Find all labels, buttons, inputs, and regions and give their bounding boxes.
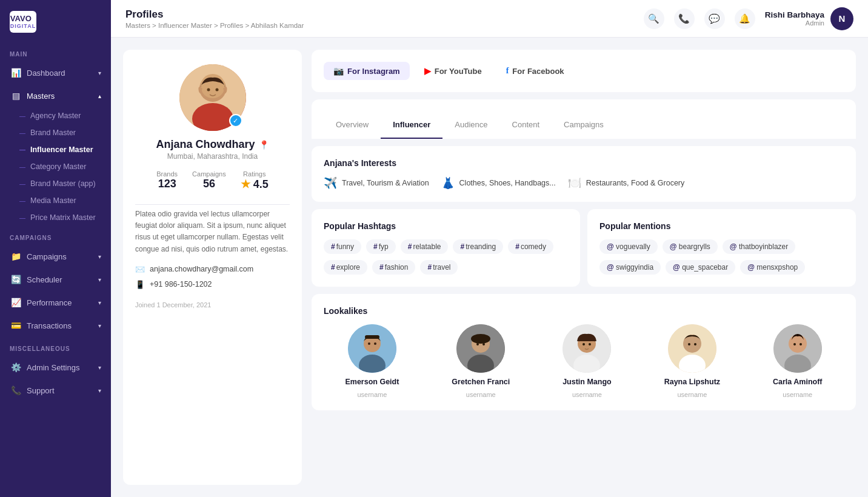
lookalike-image-3 bbox=[668, 324, 716, 373]
hashtags-card: Popular Hashtags #funny #fyp #relatable … bbox=[312, 209, 580, 287]
sidebar-label-performance: Performance bbox=[27, 298, 72, 307]
lookalike-avatar-3 bbox=[668, 324, 716, 373]
topbar-right: 🔍 📞 💬 🔔 Rishi Barbhaya Admin N bbox=[644, 7, 853, 30]
mention-row-1: @ swiggyindia @ que_spacebar @ mensxpsho… bbox=[599, 260, 844, 275]
lookalike-image-4 bbox=[773, 324, 822, 373]
sidebar-item-category-master[interactable]: Category Master bbox=[0, 158, 111, 175]
stats-row: Brands 123 Campaigns 56 Ratings ★ 4.5 bbox=[135, 170, 290, 191]
interests-title: Anjana's Interests bbox=[324, 158, 844, 168]
lookalikes-title: Lookalikes bbox=[324, 306, 844, 316]
sidebar-item-brand-master[interactable]: Brand Master bbox=[0, 124, 111, 141]
interests-card: Anjana's Interests ✈️ Travel, Tourism & … bbox=[312, 146, 856, 202]
svg-rect-12 bbox=[365, 335, 379, 339]
dashboard-icon: 📊 bbox=[10, 67, 22, 79]
sidebar-label-transactions: Transactions bbox=[27, 321, 72, 330]
chevron-support-icon: ▾ bbox=[98, 387, 101, 394]
facebook-icon: f bbox=[506, 66, 509, 76]
svg-point-30 bbox=[789, 335, 807, 353]
lookalike-name-2: Justin Mango bbox=[563, 378, 612, 386]
tag-explore: #explore bbox=[324, 260, 367, 275]
lookalike-image-0 bbox=[348, 324, 396, 373]
tab-content[interactable]: Content bbox=[500, 112, 552, 139]
svg-point-22 bbox=[583, 343, 585, 345]
user-info: Rishi Barbhaya Admin N bbox=[765, 7, 853, 30]
sidebar-item-performance[interactable]: 📈 Performance ▾ bbox=[0, 291, 111, 314]
section-label-campaigns: CAMPAIGNS bbox=[0, 226, 111, 245]
mention-que-spacebar: @ que_spacebar bbox=[666, 260, 735, 275]
chevron-campaigns-icon: ▾ bbox=[98, 253, 101, 260]
sidebar-label-support: Support bbox=[27, 386, 55, 395]
phone-icon: 📱 bbox=[135, 280, 145, 289]
performance-icon: 📈 bbox=[10, 296, 22, 309]
tag-fyp: #fyp bbox=[366, 239, 396, 254]
sidebar-item-dashboard[interactable]: 📊 Dashboard ▾ bbox=[0, 61, 111, 84]
lookalike-avatar-4 bbox=[773, 324, 822, 373]
tab-overview[interactable]: Overview bbox=[324, 112, 381, 139]
svg-point-18 bbox=[482, 343, 485, 345]
chevron-masters-icon: ▴ bbox=[98, 93, 101, 99]
sidebar-item-scheduler[interactable]: 🔄 Scheduler ▾ bbox=[0, 268, 111, 291]
content-area: ✓ Anjana Chowdhary 📍 Mumbai, Maharashtra… bbox=[111, 38, 868, 497]
food-icon: 🍽️ bbox=[568, 176, 581, 190]
tag-fashion: #fashion bbox=[372, 260, 415, 275]
tag-funny: #funny bbox=[324, 239, 361, 254]
instagram-icon: 📷 bbox=[333, 66, 344, 76]
profile-bio: Platea odio gravida vel lectus ullamcorp… bbox=[135, 208, 290, 255]
lookalike-avatar-0 bbox=[348, 324, 396, 373]
lookalike-username-2: username bbox=[572, 391, 602, 398]
lookalike-username-0: username bbox=[357, 391, 387, 398]
tab-youtube[interactable]: ▶ For YouTube bbox=[415, 62, 492, 80]
profile-panel: ✓ Anjana Chowdhary 📍 Mumbai, Maharashtra… bbox=[123, 50, 302, 485]
sidebar-item-media-master[interactable]: Media Master bbox=[0, 192, 111, 209]
stat-campaigns: Campaigns 56 bbox=[192, 170, 226, 191]
logo-sub: DIGITAL bbox=[10, 23, 36, 29]
tab-influencer[interactable]: Influencer bbox=[381, 112, 442, 139]
ratings-value: ★ 4.5 bbox=[241, 178, 269, 191]
contact-phone: +91 986-150-1202 bbox=[150, 280, 212, 289]
phone-button[interactable]: 📞 bbox=[674, 8, 695, 29]
profile-avatar-wrap: ✓ bbox=[179, 64, 246, 131]
lookalike-2: Justin Mango username bbox=[563, 324, 612, 398]
mention-thatboyinblazer: @ thatboyinblazer bbox=[723, 239, 795, 254]
content-tabs-bar: Overview Influencer Audience Content Cam… bbox=[312, 99, 856, 139]
campaigns-icon: 📁 bbox=[10, 250, 22, 262]
topbar: Profiles Masters > Influencer Master > P… bbox=[111, 0, 868, 38]
sidebar-item-masters[interactable]: ▤ Masters ▴ bbox=[0, 84, 111, 107]
interest-label-0: Travel, Tourism & Aviation bbox=[342, 179, 429, 187]
instagram-tab-label: For Instagram bbox=[347, 67, 400, 76]
search-button[interactable]: 🔍 bbox=[644, 8, 664, 29]
interest-label-2: Restaurants, Food & Grocery bbox=[586, 179, 685, 187]
chevron-admin-icon: ▾ bbox=[98, 364, 101, 371]
lookalike-name-0: Emerson Geidt bbox=[345, 378, 399, 386]
lookalikes-row: Emerson Geidt username bbox=[324, 324, 844, 398]
sidebar-label-campaigns: Campaigns bbox=[27, 252, 67, 261]
notification-button[interactable]: 🔔 bbox=[735, 8, 755, 29]
sidebar-item-transactions[interactable]: 💳 Transactions ▾ bbox=[0, 314, 111, 337]
tag-relatable: #relatable bbox=[401, 239, 449, 254]
tab-audience[interactable]: Audience bbox=[442, 112, 499, 139]
mentions-card: Popular Mentions @ voguevally @ beargryl… bbox=[587, 209, 856, 287]
sidebar-item-price-matrix-master[interactable]: Price Matrix Master bbox=[0, 209, 111, 226]
tab-facebook[interactable]: f For Facebook bbox=[496, 62, 574, 80]
logo-text: VAVO bbox=[10, 15, 36, 23]
sidebar-item-admin-settings[interactable]: ⚙️ Admin Settings ▾ bbox=[0, 356, 111, 379]
tag-treanding: #treanding bbox=[453, 239, 503, 254]
interest-label-1: Clothes, Shoes, Handbags... bbox=[459, 179, 556, 187]
sidebar-item-agency-master[interactable]: Agency Master bbox=[0, 107, 111, 124]
tab-campaigns[interactable]: Campaigns bbox=[552, 112, 616, 139]
lookalike-name-1: Gretchen Franci bbox=[452, 378, 510, 386]
right-panel: 📷 For Instagram ▶ For YouTube f For Face… bbox=[312, 50, 856, 485]
tab-instagram[interactable]: 📷 For Instagram bbox=[324, 62, 410, 80]
mention-rows: @ voguevally @ beargrylls @ thatboyinbla… bbox=[599, 239, 844, 275]
tag-travel: #travel bbox=[420, 260, 458, 275]
chat-button[interactable]: 💬 bbox=[704, 8, 725, 29]
svg-point-33 bbox=[800, 343, 802, 345]
sidebar-item-influencer-master[interactable]: Influencer Master bbox=[0, 141, 111, 158]
youtube-tab-label: For YouTube bbox=[435, 67, 482, 76]
sidebar-item-brand-master-app[interactable]: Brand Master (app) bbox=[0, 175, 111, 192]
hashtags-title: Popular Hashtags bbox=[324, 221, 568, 231]
sidebar-label-masters: Masters bbox=[27, 92, 55, 101]
sidebar-item-support[interactable]: 📞 Support ▾ bbox=[0, 379, 111, 402]
sidebar-item-campaigns[interactable]: 📁 Campaigns ▾ bbox=[0, 245, 111, 268]
section-label-misc: MISCELLANEOUS bbox=[0, 337, 111, 356]
